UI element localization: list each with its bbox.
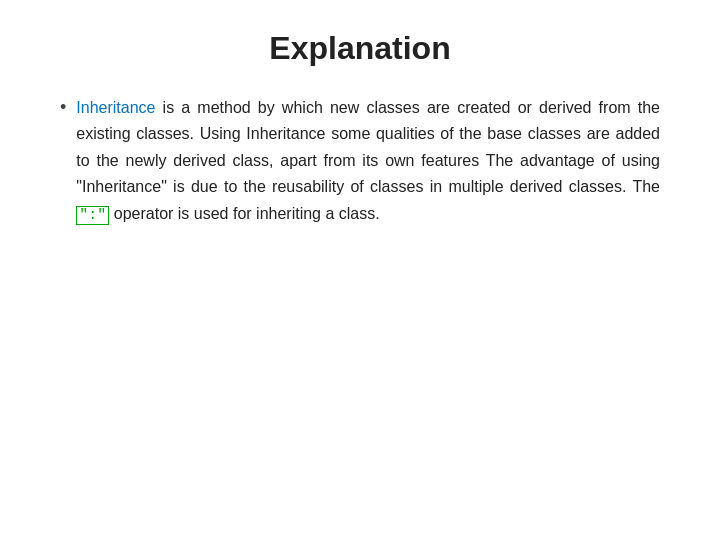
bullet-text-part2: operator is used for inheriting a class. (109, 205, 379, 222)
slide-title: Explanation (60, 30, 660, 67)
bullet-text: Inheritance is a method by which new cla… (76, 95, 660, 228)
inheritance-highlight: Inheritance (76, 99, 155, 116)
slide: Explanation • Inheritance is a method by… (0, 0, 720, 540)
content-area: • Inheritance is a method by which new c… (60, 95, 660, 228)
bullet-item: • Inheritance is a method by which new c… (60, 95, 660, 228)
bullet-text-part1: is a method by which new classes are cre… (76, 99, 660, 195)
operator-highlight: ":" (76, 206, 109, 225)
bullet-dot: • (60, 97, 66, 118)
